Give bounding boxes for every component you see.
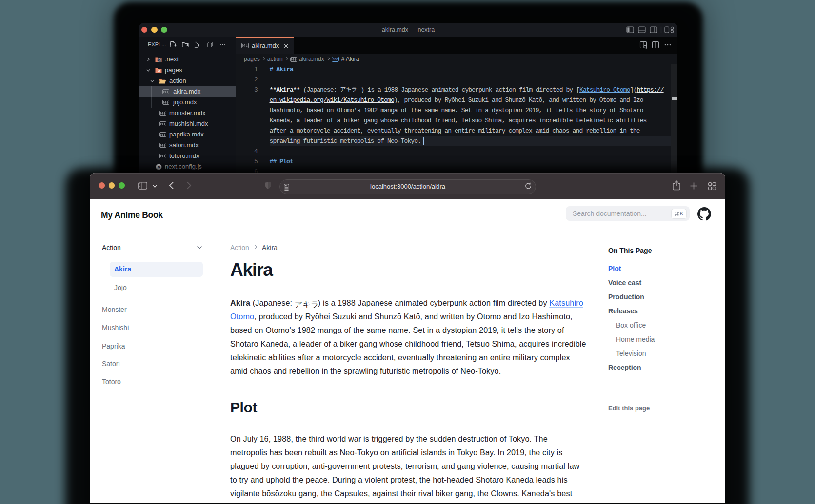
svg-text:N: N [158,165,160,169]
svg-text:N: N [159,59,160,62]
svg-text:abc: abc [333,58,338,61]
